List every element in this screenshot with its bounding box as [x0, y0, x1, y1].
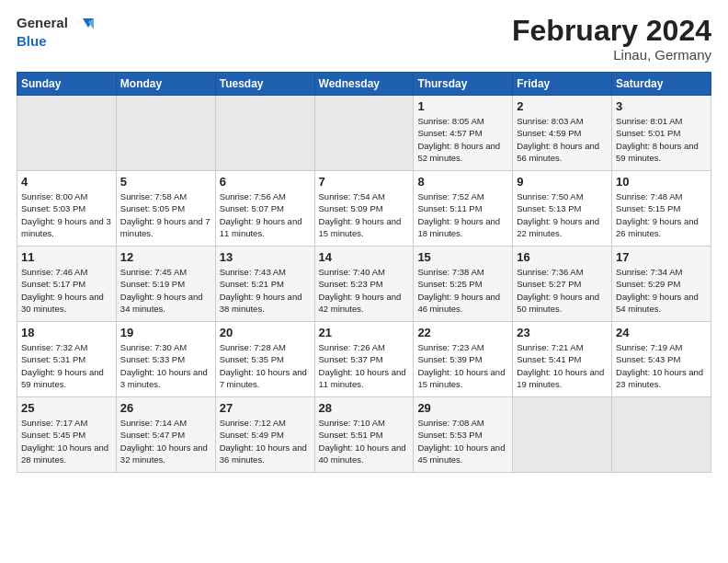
cell-info: Sunrise: 8:01 AM Sunset: 5:01 PM Dayligh…: [616, 115, 707, 164]
calendar-cell: 24Sunrise: 7:19 AM Sunset: 5:43 PM Dayli…: [612, 322, 711, 397]
calendar-cell: 18Sunrise: 7:32 AM Sunset: 5:31 PM Dayli…: [17, 322, 117, 397]
calendar-cell: [17, 96, 117, 171]
day-number: 24: [616, 326, 707, 339]
day-number: 3: [616, 99, 707, 113]
cell-info: Sunrise: 7:45 AM Sunset: 5:19 PM Dayligh…: [120, 266, 211, 315]
cell-info: Sunrise: 7:38 AM Sunset: 5:25 PM Dayligh…: [417, 266, 508, 315]
calendar-cell: 2Sunrise: 8:03 AM Sunset: 4:59 PM Daylig…: [513, 96, 612, 171]
cell-info: Sunrise: 7:40 AM Sunset: 5:23 PM Dayligh…: [319, 266, 410, 315]
cell-info: Sunrise: 7:14 AM Sunset: 5:47 PM Dayligh…: [120, 417, 211, 465]
cell-info: Sunrise: 7:23 AM Sunset: 5:39 PM Dayligh…: [417, 341, 508, 390]
calendar-cell: 11Sunrise: 7:46 AM Sunset: 5:17 PM Dayli…: [17, 247, 117, 322]
day-number: 4: [21, 175, 112, 189]
day-number: 25: [21, 401, 112, 415]
calendar-cell: 8Sunrise: 7:52 AM Sunset: 5:11 PM Daylig…: [414, 171, 513, 247]
week-row: 4Sunrise: 8:00 AM Sunset: 5:03 PM Daylig…: [17, 171, 711, 247]
calendar-cell: 21Sunrise: 7:26 AM Sunset: 5:37 PM Dayli…: [314, 322, 414, 397]
calendar-cell: 23Sunrise: 7:21 AM Sunset: 5:41 PM Dayli…: [513, 322, 612, 397]
day-header-thursday: Thursday: [414, 73, 513, 96]
calendar-cell: 22Sunrise: 7:23 AM Sunset: 5:39 PM Dayli…: [414, 322, 513, 397]
calendar-cell: 20Sunrise: 7:28 AM Sunset: 5:35 PM Dayli…: [215, 322, 314, 397]
day-number: 8: [417, 175, 508, 189]
header: General Blue February 2024 Linau, German…: [17, 15, 711, 63]
location: Linau, Germany: [512, 47, 711, 63]
cell-info: Sunrise: 7:54 AM Sunset: 5:09 PM Dayligh…: [319, 190, 410, 239]
day-number: 14: [319, 250, 410, 264]
calendar-cell: 13Sunrise: 7:43 AM Sunset: 5:21 PM Dayli…: [215, 247, 314, 322]
day-header-tuesday: Tuesday: [215, 73, 314, 96]
day-number: 29: [417, 401, 508, 415]
day-header-monday: Monday: [116, 73, 215, 96]
cell-info: Sunrise: 7:30 AM Sunset: 5:33 PM Dayligh…: [120, 341, 211, 390]
day-number: 21: [319, 326, 410, 339]
title-block: February 2024 Linau, Germany: [512, 15, 711, 63]
calendar-cell: 26Sunrise: 7:14 AM Sunset: 5:47 PM Dayli…: [116, 397, 215, 473]
calendar-cell: 4Sunrise: 8:00 AM Sunset: 5:03 PM Daylig…: [17, 171, 117, 247]
logo-general: General: [17, 15, 68, 30]
cell-info: Sunrise: 7:58 AM Sunset: 5:05 PM Dayligh…: [120, 190, 211, 239]
calendar-cell: 12Sunrise: 7:45 AM Sunset: 5:19 PM Dayli…: [116, 247, 215, 322]
day-number: 12: [120, 250, 211, 264]
logo-wordmark: General Blue: [17, 15, 94, 50]
logo-bird-icon: [74, 15, 94, 33]
cell-info: Sunrise: 7:17 AM Sunset: 5:45 PM Dayligh…: [21, 417, 112, 465]
day-number: 22: [417, 326, 508, 339]
calendar-cell: 1Sunrise: 8:05 AM Sunset: 4:57 PM Daylig…: [414, 96, 513, 171]
calendar-cell: 29Sunrise: 7:08 AM Sunset: 5:53 PM Dayli…: [414, 397, 513, 473]
day-number: 11: [21, 250, 112, 264]
logo: General Blue: [17, 15, 94, 50]
day-number: 28: [319, 401, 410, 415]
cell-info: Sunrise: 8:05 AM Sunset: 4:57 PM Dayligh…: [417, 115, 508, 164]
calendar-cell: 7Sunrise: 7:54 AM Sunset: 5:09 PM Daylig…: [314, 171, 414, 247]
calendar-cell: 5Sunrise: 7:58 AM Sunset: 5:05 PM Daylig…: [116, 171, 215, 247]
cell-info: Sunrise: 7:19 AM Sunset: 5:43 PM Dayligh…: [616, 341, 707, 390]
calendar-cell: 25Sunrise: 7:17 AM Sunset: 5:45 PM Dayli…: [17, 397, 117, 473]
cell-info: Sunrise: 7:08 AM Sunset: 5:53 PM Dayligh…: [417, 417, 508, 465]
calendar-cell: [116, 96, 215, 171]
day-number: 10: [616, 175, 707, 189]
day-number: 2: [517, 99, 608, 113]
day-number: 1: [417, 99, 508, 113]
week-row: 11Sunrise: 7:46 AM Sunset: 5:17 PM Dayli…: [17, 247, 711, 322]
calendar-cell: 27Sunrise: 7:12 AM Sunset: 5:49 PM Dayli…: [215, 397, 314, 473]
calendar-cell: 10Sunrise: 7:48 AM Sunset: 5:15 PM Dayli…: [612, 171, 711, 247]
calendar-cell: 6Sunrise: 7:56 AM Sunset: 5:07 PM Daylig…: [215, 171, 314, 247]
calendar-cell: [314, 96, 414, 171]
day-number: 6: [220, 175, 311, 189]
day-number: 5: [120, 175, 211, 189]
cell-info: Sunrise: 7:56 AM Sunset: 5:07 PM Dayligh…: [220, 190, 311, 239]
calendar-cell: 15Sunrise: 7:38 AM Sunset: 5:25 PM Dayli…: [414, 247, 513, 322]
calendar-cell: [612, 397, 711, 473]
day-number: 19: [120, 326, 211, 339]
cell-info: Sunrise: 7:36 AM Sunset: 5:27 PM Dayligh…: [517, 266, 608, 315]
day-header-friday: Friday: [513, 73, 612, 96]
day-header-saturday: Saturday: [612, 73, 711, 96]
day-number: 26: [120, 401, 211, 415]
day-number: 23: [517, 326, 608, 339]
day-number: 9: [517, 175, 608, 189]
cell-info: Sunrise: 7:21 AM Sunset: 5:41 PM Dayligh…: [517, 341, 608, 390]
cell-info: Sunrise: 7:26 AM Sunset: 5:37 PM Dayligh…: [319, 341, 410, 390]
calendar-cell: 19Sunrise: 7:30 AM Sunset: 5:33 PM Dayli…: [116, 322, 215, 397]
day-number: 27: [220, 401, 311, 415]
calendar-cell: 9Sunrise: 7:50 AM Sunset: 5:13 PM Daylig…: [513, 171, 612, 247]
cell-info: Sunrise: 7:43 AM Sunset: 5:21 PM Dayligh…: [220, 266, 311, 315]
calendar-cell: [215, 96, 314, 171]
day-number: 18: [21, 326, 112, 339]
cell-info: Sunrise: 8:00 AM Sunset: 5:03 PM Dayligh…: [21, 190, 112, 239]
week-row: 18Sunrise: 7:32 AM Sunset: 5:31 PM Dayli…: [17, 322, 711, 397]
calendar-cell: 3Sunrise: 8:01 AM Sunset: 5:01 PM Daylig…: [612, 96, 711, 171]
cell-info: Sunrise: 7:46 AM Sunset: 5:17 PM Dayligh…: [21, 266, 112, 315]
calendar-cell: 17Sunrise: 7:34 AM Sunset: 5:29 PM Dayli…: [612, 247, 711, 322]
cell-info: Sunrise: 7:52 AM Sunset: 5:11 PM Dayligh…: [417, 190, 508, 239]
day-number: 15: [417, 250, 508, 264]
day-number: 7: [319, 175, 410, 189]
calendar-cell: 16Sunrise: 7:36 AM Sunset: 5:27 PM Dayli…: [513, 247, 612, 322]
header-row: SundayMondayTuesdayWednesdayThursdayFrid…: [17, 73, 711, 96]
month-title: February 2024: [512, 15, 711, 47]
page: General Blue February 2024 Linau, German…: [0, 0, 728, 484]
calendar-cell: 14Sunrise: 7:40 AM Sunset: 5:23 PM Dayli…: [314, 247, 414, 322]
cell-info: Sunrise: 7:48 AM Sunset: 5:15 PM Dayligh…: [616, 190, 707, 239]
cell-info: Sunrise: 8:03 AM Sunset: 4:59 PM Dayligh…: [517, 115, 608, 164]
day-header-wednesday: Wednesday: [314, 73, 414, 96]
